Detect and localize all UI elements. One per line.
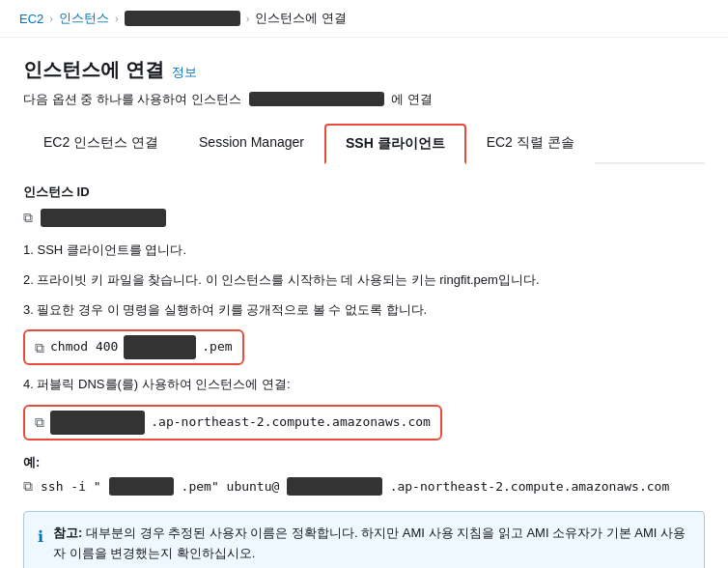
- instance-id-row: ⧉: [23, 209, 705, 227]
- info-icon: ℹ: [38, 525, 43, 564]
- breadcrumb: EC2 › 인스턴스 › › 인스턴스에 연결: [0, 0, 728, 38]
- tab-session-manager[interactable]: Session Manager: [179, 124, 324, 164]
- step-4: 4. 퍼블릭 DNS를(를) 사용하여 인스턴스에 연결: ⧉ .ap-nort…: [23, 375, 705, 440]
- instance-id-label: 인스턴스 ID: [23, 184, 705, 201]
- dns-command-box: ⧉ .ap-northeast-2.compute.amazonaws.com: [23, 405, 442, 440]
- ssh-tab-content: 인스턴스 ID ⧉ 1. SSH 클라이언트를 엽니다. 2. 프라이빗 키 파…: [23, 184, 705, 568]
- info-note-box: ℹ 참고: 대부분의 경우 추정된 사용자 이름은 정확합니다. 하지만 AMI…: [23, 511, 705, 568]
- chmod-suffix: .pem: [202, 337, 232, 357]
- example-suffix: .ap-northeast-2.compute.amazonaws.com: [390, 479, 670, 494]
- step-3-text: 필요한 경우 이 명령을 실행하여 키를 공개적으로 볼 수 없도록 합니다.: [37, 302, 427, 317]
- breadcrumb-instances[interactable]: 인스턴스: [59, 10, 109, 27]
- step-2-num: 2.: [23, 272, 34, 287]
- step-3-num: 3.: [23, 302, 34, 317]
- step-1-num: 1.: [23, 242, 34, 257]
- steps-list: 1. SSH 클라이언트를 엽니다. 2. 프라이빗 키 파일을 찾습니다. 이…: [23, 241, 705, 440]
- chmod-blur: [124, 335, 196, 359]
- example-mid: .pem" ubuntu@: [182, 479, 280, 494]
- copy-dns-icon[interactable]: ⧉: [35, 412, 44, 433]
- tab-ec2-serial[interactable]: EC2 직렬 콘솔: [466, 124, 595, 164]
- step-2: 2. 프라이빗 키 파일을 찾습니다. 이 인스턴스를 시작하는 데 사용되는 …: [23, 270, 705, 291]
- tab-bar: EC2 인스턴스 연결 Session Manager SSH 클라이언트 EC…: [23, 124, 705, 164]
- dns-suffix: .ap-northeast-2.compute.amazonaws.com: [151, 412, 431, 433]
- breadcrumb-ec2[interactable]: EC2: [19, 12, 43, 26]
- step-4-text: 4. 퍼블릭 DNS를(를) 사용하여 인스턴스에 연결:: [23, 377, 291, 391]
- example-label: 예:: [23, 454, 705, 471]
- subtitle-instance-blur: [249, 92, 384, 106]
- step-1-text: SSH 클라이언트를 엽니다.: [37, 242, 186, 257]
- chmod-cmd-text: chmod 400: [50, 337, 118, 357]
- info-link[interactable]: 정보: [172, 64, 197, 81]
- page-title: 인스턴스에 연결: [23, 57, 164, 83]
- copy-chmod-icon[interactable]: ⧉: [35, 337, 44, 358]
- info-note-content: 참고: 대부분의 경우 추정된 사용자 이름은 정확합니다. 하지만 AMI 사…: [53, 524, 690, 564]
- info-note-text: 대부분의 경우 추정된 사용자 이름은 정확합니다. 하지만 AMI 사용 지침…: [53, 525, 686, 560]
- tab-ec2-instance[interactable]: EC2 인스턴스 연결: [23, 124, 179, 164]
- example-blur-1: [109, 477, 174, 496]
- step-2-text: 프라이빗 키 파일을 찾습니다. 이 인스턴스를 시작하는 데 사용되는 키는 …: [37, 272, 539, 287]
- copy-example-icon[interactable]: ⧉: [23, 478, 33, 495]
- info-note-bold: 참고:: [53, 525, 82, 540]
- subtitle-suffix: 에 연결: [391, 92, 433, 106]
- subtitle-prefix: 다음 옵션 중 하나를 사용하여 인스턴스: [23, 92, 241, 106]
- breadcrumb-connect: 인스턴스에 연결: [255, 10, 347, 27]
- tab-ssh-client[interactable]: SSH 클라이언트: [324, 124, 466, 164]
- breadcrumb-sep-1: ›: [49, 13, 53, 24]
- example-command-row: ⧉ ssh -i " .pem" ubuntu@ .ap-northeast-2…: [23, 477, 705, 496]
- example-prefix: ssh -i ": [41, 479, 101, 494]
- main-content: 인스턴스에 연결 정보 다음 옵션 중 하나를 사용하여 인스턴스 에 연결 E…: [0, 38, 728, 568]
- subtitle: 다음 옵션 중 하나를 사용하여 인스턴스 에 연결: [23, 91, 705, 108]
- chmod-command-box: ⧉ chmod 400 .pem: [23, 329, 244, 365]
- step-3: 3. 필요한 경우 이 명령을 실행하여 키를 공개적으로 볼 수 없도록 합니…: [23, 300, 705, 366]
- example-blur-2: [287, 477, 381, 496]
- copy-instance-id-icon[interactable]: ⧉: [23, 210, 33, 226]
- breadcrumb-instance-id: [125, 11, 240, 26]
- dns-blur: [50, 411, 145, 435]
- instance-id-value: [41, 209, 166, 227]
- breadcrumb-sep-3: ›: [246, 13, 250, 24]
- step-1: 1. SSH 클라이언트를 엽니다.: [23, 241, 705, 261]
- breadcrumb-sep-2: ›: [115, 13, 119, 24]
- example-section: 예: ⧉ ssh -i " .pem" ubuntu@ .ap-northeas…: [23, 454, 705, 496]
